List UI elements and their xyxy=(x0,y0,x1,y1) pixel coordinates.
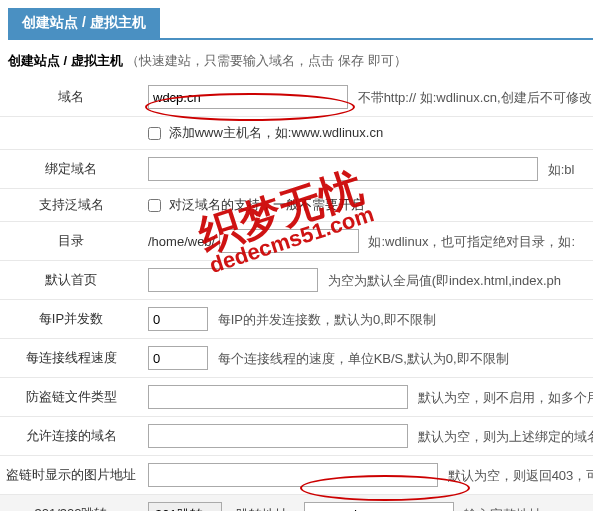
bind-label: 绑定域名 xyxy=(0,150,142,189)
directory-label: 目录 xyxy=(0,222,142,261)
redirect-select[interactable]: 301跳转 xyxy=(148,502,222,511)
wildcard-label: 支持泛域名 xyxy=(0,189,142,222)
index-desc: 为空为默认全局值(即index.html,index.ph xyxy=(328,273,561,288)
redirect-desc: 输入完整地址 xyxy=(464,507,542,512)
bind-desc: 如:bl xyxy=(548,162,575,177)
domain-input[interactable] xyxy=(148,85,348,109)
hotlink-desc: 默认为空，则不启用，如多个用逗号(,)分隔 xyxy=(418,390,593,405)
allow-desc: 默认为空，则为上述绑定的域名，此处 xyxy=(418,429,593,444)
jump-input[interactable] xyxy=(304,502,454,511)
directory-desc: 如:wdlinux，也可指定绝对目录，如: xyxy=(368,234,575,249)
hotlink-input[interactable] xyxy=(148,385,408,409)
thread-input[interactable] xyxy=(148,346,208,370)
allow-label: 允许连接的域名 xyxy=(0,417,142,456)
form-table: 域名 不带http:// 如:wdlinux.cn,创建后不可修改 添加www主… xyxy=(0,78,593,511)
directory-input[interactable] xyxy=(219,229,359,253)
ipconn-label: 每IP并发数 xyxy=(0,300,142,339)
wildcard-checkbox[interactable] xyxy=(148,199,161,212)
domain-desc: 不带http:// 如:wdlinux.cn,创建后不可修改 xyxy=(358,90,592,105)
subtitle-hint: （快速建站，只需要输入域名，点击 保存 即可） xyxy=(126,53,406,68)
addwww-label: 添加www主机名，如:www.wdlinux.cn xyxy=(169,125,384,140)
index-label: 默认首页 xyxy=(0,261,142,300)
subtitle-bold: 创建站点 / 虚拟主机 xyxy=(8,53,123,68)
allow-input[interactable] xyxy=(148,424,408,448)
jump-label: 跳转地址： xyxy=(236,507,301,512)
hotimg-desc: 默认为空，则返回403，可 xyxy=(448,468,593,483)
hotimg-input[interactable] xyxy=(148,463,438,487)
ipconn-desc: 每IP的并发连接数，默认为0,即不限制 xyxy=(218,312,436,327)
thread-desc: 每个连接线程的速度，单位KB/S,默认为0,即不限制 xyxy=(218,351,509,366)
page-subtitle: 创建站点 / 虚拟主机 （快速建站，只需要输入域名，点击 保存 即可） xyxy=(0,40,593,78)
tab-create-site[interactable]: 创建站点 / 虚拟主机 xyxy=(8,8,160,38)
thread-label: 每连接线程速度 xyxy=(0,339,142,378)
domain-label: 域名 xyxy=(0,78,142,117)
hotlink-label: 防盗链文件类型 xyxy=(0,378,142,417)
index-input[interactable] xyxy=(148,268,318,292)
ipconn-input[interactable] xyxy=(148,307,208,331)
bind-input[interactable] xyxy=(148,157,538,181)
hotimg-label: 盗链时显示的图片地址 xyxy=(0,456,142,495)
addwww-checkbox[interactable] xyxy=(148,127,161,140)
directory-prefix: /home/web/ xyxy=(148,234,215,249)
redirect-label: 301/302跳转 xyxy=(0,495,142,512)
wildcard-desc: 对泛域名的支持，一般不需要开启 xyxy=(169,197,364,212)
